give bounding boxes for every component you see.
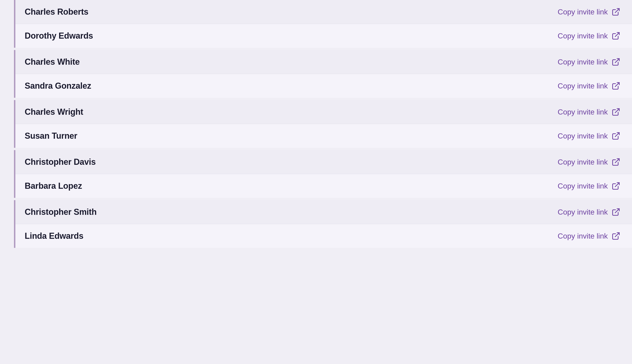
list-item: Christopher SmithCopy invite link (15, 200, 632, 224)
svg-line-8 (615, 209, 619, 213)
list-item: Sandra GonzalezCopy invite link (15, 74, 632, 98)
copy-invite-link-button[interactable]: Copy invite link (558, 82, 608, 90)
item-actions: Copy invite link (558, 82, 620, 90)
group-wrapper-2: Charles WhiteCopy invite link Sandra Gon… (14, 50, 632, 98)
copy-link-icon[interactable] (611, 32, 620, 40)
group-3: Charles WrightCopy invite link Susan Tur… (0, 100, 632, 148)
person-name: Barbara Lopez (25, 181, 82, 191)
copy-link-icon[interactable] (611, 58, 620, 66)
copy-invite-link-button[interactable]: Copy invite link (558, 108, 608, 116)
copy-link-icon[interactable] (611, 158, 620, 166)
invite-list: Charles RobertsCopy invite link Dorothy … (0, 0, 632, 248)
copy-invite-link-button[interactable]: Copy invite link (558, 182, 608, 190)
group-wrapper-3: Charles WrightCopy invite link Susan Tur… (14, 100, 632, 148)
item-actions: Copy invite link (558, 8, 620, 16)
person-name: Sandra Gonzalez (25, 81, 91, 91)
svg-line-3 (615, 82, 619, 86)
list-item: Susan TurnerCopy invite link (15, 124, 632, 148)
list-item: Charles RobertsCopy invite link (15, 0, 632, 24)
person-name: Christopher Smith (25, 207, 97, 217)
item-actions: Copy invite link (558, 58, 620, 66)
group-wrapper-1: Charles RobertsCopy invite link Dorothy … (14, 0, 632, 48)
list-item: Linda EdwardsCopy invite link (15, 224, 632, 248)
person-name: Charles White (25, 57, 80, 67)
list-item: Charles WhiteCopy invite link (15, 50, 632, 74)
group-1: Charles RobertsCopy invite link Dorothy … (0, 0, 632, 48)
item-actions: Copy invite link (558, 108, 620, 116)
copy-link-icon[interactable] (611, 108, 620, 116)
list-item: Christopher DavisCopy invite link (15, 150, 632, 174)
copy-link-icon[interactable] (611, 82, 620, 90)
person-name: Charles Roberts (25, 7, 89, 17)
person-name: Dorothy Edwards (25, 31, 93, 41)
svg-line-2 (615, 59, 619, 62)
copy-link-icon[interactable] (611, 132, 620, 140)
copy-link-icon[interactable] (611, 232, 620, 240)
item-actions: Copy invite link (558, 208, 620, 216)
copy-link-icon[interactable] (611, 182, 620, 190)
copy-invite-link-button[interactable]: Copy invite link (558, 58, 608, 66)
item-actions: Copy invite link (558, 32, 620, 40)
person-name: Christopher Davis (25, 157, 96, 167)
item-actions: Copy invite link (558, 182, 620, 190)
svg-line-4 (615, 109, 619, 113)
copy-invite-link-button[interactable]: Copy invite link (558, 158, 608, 166)
svg-line-0 (615, 8, 619, 12)
list-item: Barbara LopezCopy invite link (15, 174, 632, 198)
copy-invite-link-button[interactable]: Copy invite link (558, 208, 608, 216)
svg-line-1 (615, 32, 619, 36)
group-5: Christopher SmithCopy invite link Linda … (0, 200, 632, 248)
person-name: Linda Edwards (25, 231, 83, 241)
person-name: Susan Turner (25, 131, 77, 141)
group-wrapper-5: Christopher SmithCopy invite link Linda … (14, 200, 632, 248)
svg-line-7 (615, 183, 619, 187)
copy-link-icon[interactable] (611, 8, 620, 16)
person-name: Charles Wright (25, 107, 83, 117)
list-item: Dorothy EdwardsCopy invite link (15, 24, 632, 48)
item-actions: Copy invite link (558, 232, 620, 240)
group-wrapper-4: Christopher DavisCopy invite link Barbar… (14, 150, 632, 198)
group-4: Christopher DavisCopy invite link Barbar… (0, 150, 632, 198)
item-actions: Copy invite link (558, 158, 620, 166)
group-2: Charles WhiteCopy invite link Sandra Gon… (0, 50, 632, 98)
copy-invite-link-button[interactable]: Copy invite link (558, 232, 608, 240)
item-actions: Copy invite link (558, 132, 620, 140)
svg-line-6 (615, 159, 619, 163)
copy-invite-link-button[interactable]: Copy invite link (558, 8, 608, 16)
copy-invite-link-button[interactable]: Copy invite link (558, 32, 608, 40)
list-item: Charles WrightCopy invite link (15, 100, 632, 124)
copy-invite-link-button[interactable]: Copy invite link (558, 132, 608, 140)
svg-line-9 (615, 233, 619, 237)
copy-link-icon[interactable] (611, 208, 620, 216)
svg-line-5 (615, 133, 619, 136)
